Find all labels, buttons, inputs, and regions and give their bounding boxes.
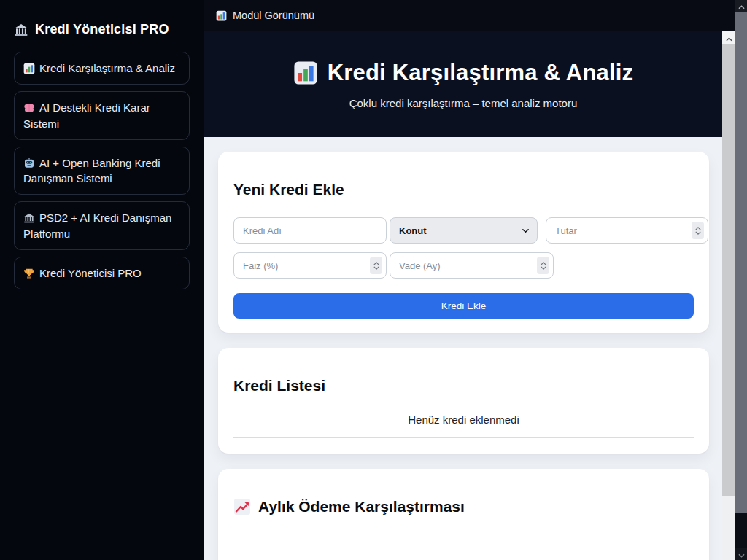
module-scrollbar[interactable] <box>722 31 735 560</box>
module-header: Kredi Karşılaştırma & Analiz Çoklu kredi… <box>204 31 722 137</box>
browser-scrollbar-thumb[interactable] <box>735 12 747 513</box>
term-field <box>390 252 554 279</box>
page-title-label: Kredi Karşılaştırma & Analiz <box>328 60 634 86</box>
chevron-up-icon <box>738 0 745 12</box>
form-row-1: Konut <box>233 217 708 244</box>
sidebar-item-kredi-yoneticisi-pro[interactable]: Kredi Yöneticisi PRO <box>14 257 190 289</box>
monthly-payment-chart-card: Aylık Ödeme Karşılaştırması <box>218 469 709 560</box>
browser-scrollbar-down-button[interactable] <box>735 548 747 560</box>
trophy-icon <box>23 268 35 279</box>
sidebar-nav: Kredi Karşılaştırma & Analiz AI Destekli… <box>14 52 190 289</box>
credit-type-select[interactable]: Konut <box>390 217 538 244</box>
sidebar: Kredi Yöneticisi PRO Kredi Karşılaştırma… <box>0 0 204 560</box>
sidebar-item-open-banking-danisman[interactable]: AI + Open Banking Kredi Danışman Sistemi <box>14 147 190 195</box>
page-title: Kredi Karşılaştırma & Analiz <box>293 60 634 86</box>
sidebar-item-label: PSD2 + AI Kredi Danışman Platformu <box>23 211 171 239</box>
app-title: Kredi Yöneticisi PRO <box>14 22 190 37</box>
monthly-payment-chart-title: Aylık Ödeme Karşılaştırması <box>233 498 694 516</box>
page-subtitle: Çoklu kredi karşılaştırma – temel analiz… <box>349 97 578 109</box>
amount-field <box>546 217 708 244</box>
app-title-label: Kredi Yöneticisi PRO <box>35 22 169 37</box>
chevron-down-icon <box>738 548 745 560</box>
sidebar-item-ai-karar-sistemi[interactable]: AI Destekli Kredi Karar Sistemi <box>14 91 190 140</box>
rate-stepper[interactable] <box>370 257 382 274</box>
topbar-title: Modül Görünümü <box>233 9 314 21</box>
credit-list-divider <box>233 438 694 438</box>
module-content: Kredi Karşılaştırma & Analiz Çoklu kredi… <box>204 31 722 560</box>
module-scrollbar-up-button[interactable] <box>722 31 735 44</box>
sidebar-item-label: Kredi Yöneticisi PRO <box>39 267 142 279</box>
bank-icon <box>14 23 28 37</box>
module-scrollbar-thumb[interactable] <box>722 44 735 496</box>
chevron-down-icon <box>522 227 530 235</box>
rate-input[interactable] <box>234 253 386 278</box>
monthly-payment-chart-title-label: Aylık Ödeme Karşılaştırması <box>258 498 465 516</box>
brain-icon <box>23 102 35 114</box>
credit-name-input[interactable] <box>233 217 387 244</box>
term-stepper[interactable] <box>537 257 549 274</box>
amount-input[interactable] <box>546 218 708 243</box>
main-area: Modül Görünümü Kredi Karşılaştırma & Ana… <box>204 0 735 560</box>
app-window: Kredi Yöneticisi PRO Kredi Karşılaştırma… <box>0 0 747 560</box>
chart-increasing-icon <box>233 498 251 516</box>
amount-stepper[interactable] <box>692 222 704 239</box>
module-body: Yeni Kredi Ekle Konut <box>204 137 722 560</box>
new-credit-card-title: Yeni Kredi Ekle <box>233 181 694 198</box>
bar-chart-icon <box>216 10 227 21</box>
browser-scrollbar-up-button[interactable] <box>735 0 747 12</box>
credit-list-card: Kredi Listesi Henüz kredi eklenmedi <box>218 348 709 454</box>
robot-icon <box>23 158 35 169</box>
topbar: Modül Görünümü <box>204 0 735 31</box>
credit-list-empty-text: Henüz kredi eklenmedi <box>233 413 694 426</box>
chevron-up-icon <box>726 31 732 44</box>
bar-chart-icon <box>293 61 318 85</box>
new-credit-card: Yeni Kredi Ekle Konut <box>218 152 709 332</box>
term-input[interactable] <box>390 253 553 278</box>
classical-building-icon <box>23 212 35 224</box>
sidebar-item-label: AI Destekli Kredi Karar Sistemi <box>23 101 150 129</box>
credit-type-selected-value: Konut <box>399 225 427 236</box>
rate-field <box>233 252 387 279</box>
form-row-2 <box>233 252 708 279</box>
sidebar-item-kredi-karsilastirma[interactable]: Kredi Karşılaştırma & Analiz <box>14 52 190 85</box>
sidebar-item-label: Kredi Karşılaştırma & Analiz <box>39 62 175 74</box>
sidebar-item-label: AI + Open Banking Kredi Danışman Sistemi <box>23 157 160 184</box>
sidebar-item-psd2-platformu[interactable]: PSD2 + AI Kredi Danışman Platformu <box>14 201 190 250</box>
module-view: Kredi Karşılaştırma & Analiz Çoklu kredi… <box>204 31 735 560</box>
bar-chart-icon <box>23 63 35 74</box>
browser-scrollbar[interactable] <box>735 0 747 560</box>
add-credit-button[interactable]: Kredi Ekle <box>233 293 694 319</box>
credit-list-title: Kredi Listesi <box>233 377 694 394</box>
